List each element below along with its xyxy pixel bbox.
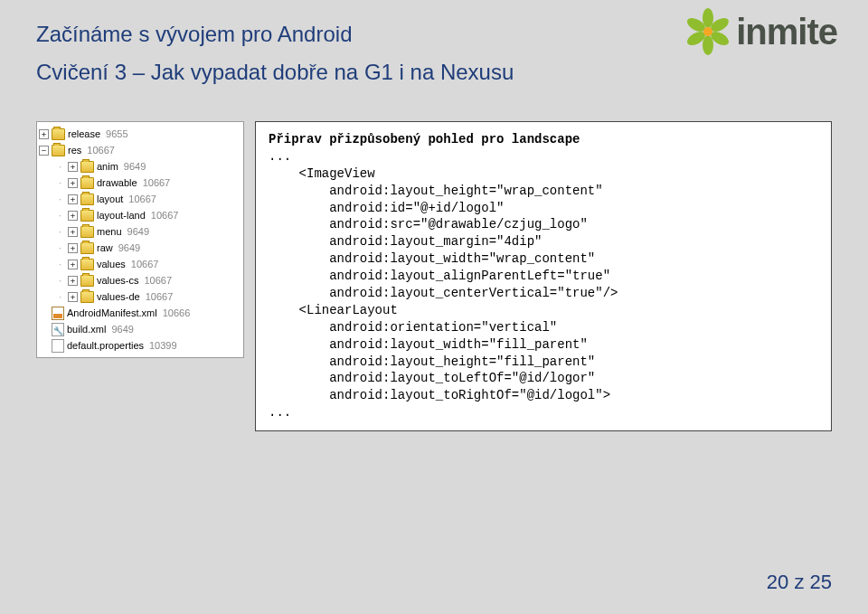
tree-item-label: layout [97, 191, 123, 207]
tree-row[interactable]: .default.properties10399 [39, 337, 241, 354]
folder-icon [80, 177, 94, 189]
code-line: <LinearLayout [269, 303, 398, 317]
code-line: ... [269, 149, 291, 164]
folder-icon [80, 291, 94, 303]
tree-connector: · [55, 272, 65, 288]
expand-icon[interactable]: + [68, 194, 78, 204]
tree-connector: · [55, 207, 65, 223]
tree-item-revision: 10667 [151, 207, 179, 223]
tree-connector: · [55, 240, 65, 256]
code-line: android:orientation="vertical" [269, 320, 557, 335]
page-number: 20 z 25 [767, 571, 832, 594]
tree-row[interactable]: ·+layout-land10667 [39, 207, 241, 223]
tree-item-label: release [68, 126, 100, 142]
flower-icon [684, 7, 732, 56]
tree-item-label: values-de [97, 288, 140, 305]
tree-item-label: raw [97, 240, 113, 256]
tree-item-revision: 10667 [131, 256, 159, 272]
blank-expander: . [39, 341, 49, 351]
tree-row[interactable]: ·+drawable10667 [39, 175, 241, 191]
tree-item-label: values [97, 256, 126, 272]
brand-name: inmite [736, 12, 837, 52]
tree-item-revision: 10667 [87, 142, 115, 158]
tree-item-revision: 10667 [143, 175, 171, 191]
folder-icon [80, 210, 94, 222]
tree-row[interactable]: .build.xml9649 [39, 321, 241, 337]
tree-item-revision: 9649 [127, 223, 149, 240]
tree-item-revision: 10666 [163, 305, 191, 321]
expand-icon[interactable]: + [68, 227, 78, 237]
tree-item-label: menu [97, 223, 122, 240]
code-line: android:layout_height="fill_parent" [269, 354, 595, 369]
code-line: android:layout_centerVertical="true"/> [269, 286, 618, 300]
xml-file-icon [52, 307, 64, 320]
tree-connector: · [55, 175, 65, 191]
svg-point-6 [703, 27, 712, 36]
tree-item-revision: 9649 [124, 158, 146, 175]
code-line: android:layout_width="fill_parent" [269, 337, 588, 352]
code-line: android:layout_width="wrap_content" [269, 251, 595, 266]
tree-row[interactable]: −res10667 [39, 142, 241, 158]
expand-icon[interactable]: + [68, 276, 78, 286]
tree-row[interactable]: +release9655 [39, 126, 241, 142]
code-line: ... [269, 405, 291, 420]
tree-item-revision: 9649 [118, 240, 140, 256]
content-area: +release9655−res10667·+anim9649·+drawabl… [0, 94, 868, 431]
folder-icon [52, 145, 65, 156]
code-line: android:id="@+id/logol" [269, 201, 504, 215]
tree-row[interactable]: .AndroidManifest.xml10666 [39, 305, 241, 321]
code-line: android:src="@drawable/czjug_logo" [269, 217, 588, 231]
expand-icon[interactable]: + [68, 178, 78, 188]
tree-item-label: anim [97, 158, 118, 175]
tree-item-label: default.properties [67, 337, 144, 354]
tree-row[interactable]: ·+values10667 [39, 256, 241, 272]
code-line: android:layout_toRightOf="@id/logol"> [269, 388, 610, 402]
tree-row[interactable]: ·+menu9649 [39, 223, 241, 240]
tree-connector: · [55, 256, 65, 272]
tree-item-label: layout-land [97, 207, 146, 223]
collapse-icon[interactable]: − [39, 146, 49, 156]
expand-icon[interactable]: + [68, 211, 78, 221]
tree-item-revision: 9655 [106, 126, 127, 142]
expand-icon[interactable]: + [68, 162, 78, 172]
tree-row[interactable]: ·+anim9649 [39, 158, 241, 175]
expand-icon[interactable]: + [68, 260, 78, 269]
code-title: Připrav přizpůsobený pohled pro landscap… [269, 132, 580, 146]
code-line: <ImageView [269, 166, 375, 181]
tree-item-label: build.xml [67, 321, 106, 337]
tree-row[interactable]: ·+layout10667 [39, 191, 241, 207]
tree-connector: · [55, 158, 65, 175]
code-panel: Připrav přizpůsobený pohled pro landscap… [255, 121, 832, 431]
expand-icon[interactable]: + [68, 292, 78, 302]
folder-icon [80, 259, 94, 270]
build-file-icon [52, 323, 64, 336]
tree-row[interactable]: ·+values-de10667 [39, 288, 241, 305]
tree-item-revision: 10399 [149, 337, 177, 354]
code-line: android:layout_alignParentLeft="true" [269, 269, 610, 283]
folder-icon [80, 161, 94, 173]
file-tree: +release9655−res10667·+anim9649·+drawabl… [36, 121, 244, 358]
tree-item-label: res [68, 142, 81, 158]
code-line: android:layout_height="wrap_content" [269, 184, 603, 198]
brand-logo: inmite [684, 7, 837, 56]
folder-icon [52, 128, 65, 140]
folder-icon [80, 275, 94, 287]
expand-icon[interactable]: + [68, 243, 78, 253]
file-icon [52, 339, 64, 353]
code-line: android:layout_toLeftOf="@id/logor" [269, 371, 595, 385]
tree-row[interactable]: ·+values-cs10667 [39, 272, 241, 288]
tree-item-revision: 9649 [111, 321, 133, 337]
tree-connector: · [55, 191, 65, 207]
code-line: android:layout_margin="4dip" [269, 234, 542, 249]
tree-connector: · [55, 288, 65, 305]
tree-item-label: AndroidManifest.xml [67, 305, 157, 321]
expand-icon[interactable]: + [39, 129, 49, 139]
tree-item-revision: 10667 [144, 272, 172, 288]
page-subtitle: Cvičení 3 – Jak vypadat dobře na G1 i na… [36, 60, 832, 85]
tree-item-label: values-cs [97, 272, 138, 288]
tree-item-revision: 10667 [146, 288, 174, 305]
folder-icon [80, 226, 94, 238]
tree-item-label: drawable [97, 175, 137, 191]
tree-item-revision: 10667 [128, 191, 156, 207]
tree-row[interactable]: ·+raw9649 [39, 240, 241, 256]
